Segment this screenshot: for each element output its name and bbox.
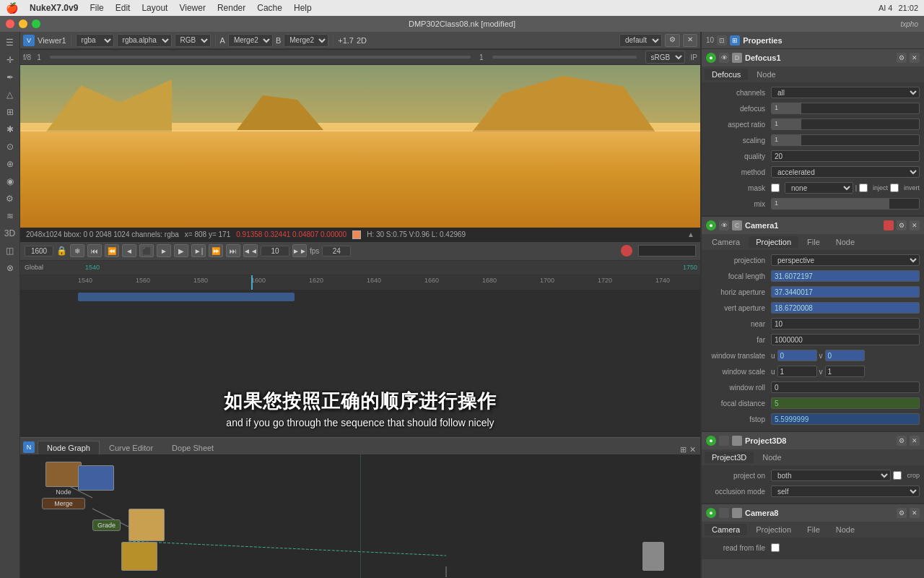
method-dropdown[interactable]: accelerated photon xyxy=(771,166,920,178)
tool-views[interactable]: ◫ xyxy=(2,243,18,259)
tab-camera1-file[interactable]: File xyxy=(800,236,827,248)
tool-other2[interactable]: ⊗ xyxy=(2,260,18,276)
alpha-select[interactable]: rgba.alpha xyxy=(117,34,172,47)
merge-a-select[interactable]: Merge2 xyxy=(228,34,273,47)
quality-input[interactable] xyxy=(771,150,920,162)
node-thumb-3[interactable] xyxy=(642,542,664,571)
tab-node-graph[interactable]: Node Graph xyxy=(38,441,100,454)
timeline-ruler[interactable]: Global 1540 1750 xyxy=(20,261,700,275)
tool-deep[interactable]: ≋ xyxy=(2,208,18,224)
tool-filter[interactable]: ⊙ xyxy=(2,139,18,155)
node-merge[interactable]: Node xyxy=(45,462,82,496)
tool-merge[interactable]: ⊕ xyxy=(2,156,18,172)
tab-camera8[interactable]: Camera xyxy=(705,524,747,535)
fps-frame[interactable]: 10 xyxy=(261,246,289,256)
camera8-settings[interactable]: ⚙ xyxy=(897,508,907,518)
p3d-status[interactable]: ● xyxy=(706,436,716,446)
vert-aperture-input[interactable] xyxy=(771,302,920,314)
focal-distance-input[interactable] xyxy=(771,397,920,409)
maximize-button[interactable] xyxy=(32,20,40,28)
p3d-settings[interactable]: ⚙ xyxy=(897,436,907,446)
p3d-vis[interactable] xyxy=(719,436,729,446)
camera1-vis[interactable]: 👁 xyxy=(719,220,729,230)
window-controls[interactable] xyxy=(6,20,40,28)
camera8-close[interactable]: ✕ xyxy=(910,508,920,518)
viewer-close-btn[interactable]: ✕ xyxy=(683,34,697,47)
tab-camera1-node[interactable]: Node xyxy=(829,236,862,248)
btn-stop[interactable]: ⬛ xyxy=(139,244,154,257)
project-on-dropdown[interactable]: both front back xyxy=(771,470,891,481)
tab-defocus[interactable]: Defocus xyxy=(705,69,748,80)
menu-help[interactable]: Help xyxy=(294,3,312,13)
tool-clone[interactable]: ⊞ xyxy=(2,104,18,120)
node-graph-content[interactable]: Node Merge Grade xyxy=(20,454,700,578)
menu-edit[interactable]: Edit xyxy=(116,3,131,13)
far-input[interactable] xyxy=(771,334,920,345)
fstop-input[interactable] xyxy=(771,413,920,425)
menu-file[interactable]: File xyxy=(90,3,103,13)
tool-shape[interactable]: △ xyxy=(2,87,18,103)
tool-3d[interactable]: 3D xyxy=(2,225,18,241)
channels-dropdown[interactable]: all xyxy=(771,87,920,98)
frame-number[interactable]: 1600 xyxy=(25,246,53,256)
btn-audio-back[interactable]: ◄◄ xyxy=(243,244,258,257)
inject-checkbox[interactable] xyxy=(859,184,868,192)
node-thumb-1[interactable] xyxy=(128,509,165,541)
camera1-settings[interactable]: ⚙ xyxy=(897,220,907,230)
p3d-close[interactable]: ✕ xyxy=(910,436,920,446)
lock-icon[interactable]: 🔒 xyxy=(56,246,67,256)
btn-first-frame[interactable]: ⏮ xyxy=(87,244,102,257)
occlusion-dropdown[interactable]: self none xyxy=(771,486,920,497)
aspect-slider[interactable]: 1 xyxy=(771,118,920,130)
btn-next-frame[interactable]: ►| xyxy=(191,244,206,257)
viewer-settings-btn[interactable]: ⚙ xyxy=(665,34,680,47)
timeline-range-bar[interactable] xyxy=(78,293,295,301)
fps-value[interactable]: 24 xyxy=(322,246,351,256)
defocus-status-icon[interactable]: ● xyxy=(706,53,716,63)
camera8-vis[interactable] xyxy=(719,508,729,518)
tab-camera1-projection[interactable]: Projection xyxy=(749,236,798,248)
frame-slider[interactable] xyxy=(492,56,637,59)
btn-prev-keyframe[interactable]: ⏪ xyxy=(105,244,119,257)
tab-dope-sheet[interactable]: Dope Sheet xyxy=(162,441,223,454)
global-mode[interactable]: Global xyxy=(25,264,43,271)
btn-prev-frame[interactable]: ◄ xyxy=(122,244,136,257)
tab-camera1-camera[interactable]: Camera xyxy=(705,236,747,248)
tab-camera8-proj[interactable]: Projection xyxy=(749,524,798,535)
output-colorspace[interactable]: sRGB xyxy=(645,51,685,64)
tab-p3d-node[interactable]: Node xyxy=(755,452,788,463)
tool-transform[interactable]: ✛ xyxy=(2,52,18,68)
ws-u-input[interactable] xyxy=(777,366,817,377)
tab-curve-editor[interactable]: Curve Editor xyxy=(100,441,162,454)
menu-layout[interactable]: Layout xyxy=(141,3,167,13)
ws-v-input[interactable] xyxy=(825,366,865,377)
apple-menu[interactable]: 🍎 xyxy=(6,2,18,14)
defocus-close-icon[interactable]: ✕ xyxy=(910,53,920,63)
btn-play[interactable]: ► xyxy=(157,244,171,257)
lut-select[interactable]: default xyxy=(619,34,662,47)
arrow-up-icon[interactable]: ▲ xyxy=(687,230,694,238)
mask-checkbox[interactable] xyxy=(771,184,780,192)
tab-camera8-file[interactable]: File xyxy=(800,524,827,535)
near-input[interactable] xyxy=(771,318,920,329)
node-3[interactable]: Merge xyxy=(42,498,85,509)
menu-render[interactable]: Render xyxy=(217,3,245,13)
menu-viewer[interactable]: Viewer xyxy=(179,3,205,13)
mix-slider[interactable]: 1 xyxy=(771,198,920,210)
timeline-track[interactable]: 1540 1560 1580 1600 1620 1640 1660 1680 … xyxy=(20,275,700,438)
tab-p3d[interactable]: Project3D xyxy=(705,452,754,463)
btn-audio-fwd[interactable]: ►► xyxy=(292,244,307,257)
tool-effects[interactable]: ✱ xyxy=(2,121,18,137)
wt-v-input[interactable] xyxy=(825,350,865,361)
read-from-file-checkbox[interactable] xyxy=(771,543,780,552)
node-2[interactable] xyxy=(78,465,114,491)
close-button[interactable] xyxy=(6,20,14,28)
tool-other[interactable]: ⚙ xyxy=(2,191,18,207)
btn-last-frame[interactable]: ⏭ xyxy=(226,244,240,257)
props-icon1[interactable]: ⊡ xyxy=(717,35,727,46)
panel-expand-icon[interactable]: ⊞ xyxy=(680,445,687,454)
camera8-status[interactable]: ● xyxy=(706,508,716,518)
node-thumb-2[interactable] xyxy=(121,542,157,571)
btn-next-keyframe[interactable]: ⏩ xyxy=(209,244,223,257)
crop-checkbox[interactable] xyxy=(893,471,902,480)
